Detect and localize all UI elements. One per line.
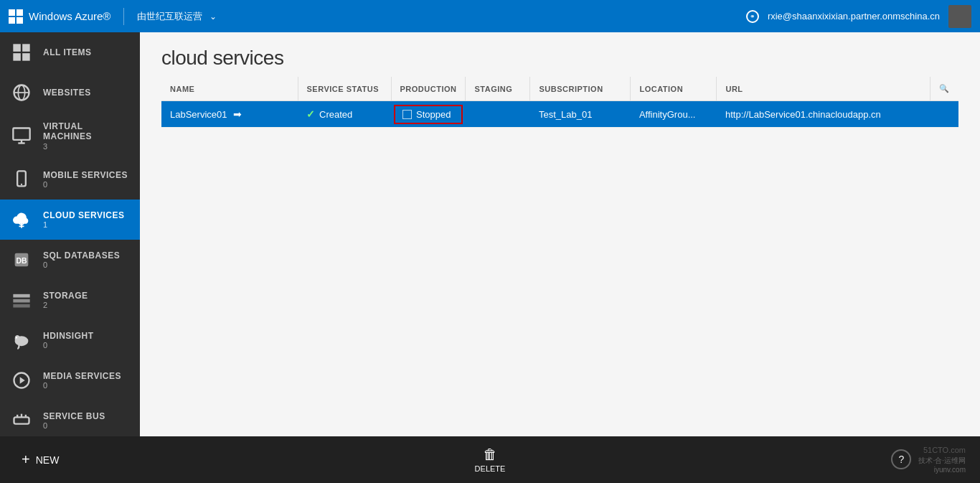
topbar-email: rxie@shaanxixixian.partner.onmschina.cn bbox=[768, 11, 940, 22]
sidebar-item-cloud-services[interactable]: CLOUD SERVICES 1 bbox=[0, 200, 140, 240]
sidebar-count-vms: 3 bbox=[43, 142, 130, 151]
sidebar-label-hdinsight: HDINSIGHT bbox=[43, 331, 94, 341]
col-header-name: NAME bbox=[161, 77, 298, 101]
sidebar-text-websites: WEBSITES bbox=[43, 88, 91, 98]
topbar-right: ⚭ rxie@shaanxixixian.partner.onmschina.c… bbox=[746, 5, 971, 28]
stopped-checkbox bbox=[402, 110, 412, 119]
delete-button[interactable]: 🗑 DELETE bbox=[466, 444, 514, 476]
col-header-url: URL bbox=[717, 77, 930, 101]
help-button[interactable]: ? bbox=[891, 449, 911, 469]
svg-marker-24 bbox=[20, 377, 25, 383]
cell-staging bbox=[466, 101, 530, 128]
col-header-production: PRODUCTION bbox=[391, 77, 466, 101]
bottom-right: ? 51CTO.com 技术·合·运维网 iyunv.com bbox=[891, 445, 966, 474]
sidebar-label-all-items: ALL ITEMS bbox=[43, 47, 92, 57]
svg-rect-0 bbox=[13, 44, 20, 52]
globe-icon: ⚭ bbox=[746, 10, 759, 23]
sidebar-label-media: MEDIA SERVICES bbox=[43, 371, 121, 381]
table-row[interactable]: LabService01 ➡ ✓ Created bbox=[161, 101, 958, 128]
bottombar: + NEW 🗑 DELETE ? 51CTO.com 技术·合·运维网 iyun… bbox=[0, 436, 980, 483]
sidebar-label-mobile: MOBILE SERVICES bbox=[43, 170, 128, 180]
url-link[interactable]: http://LabService01.chinacloudapp.cn bbox=[725, 109, 881, 120]
sidebar-label-sql: SQL DATABASES bbox=[43, 250, 120, 261]
database-icon: DB bbox=[10, 248, 33, 271]
sidebar-text-mobile: MOBILE SERVICES 0 bbox=[43, 170, 128, 189]
svg-rect-1 bbox=[22, 44, 29, 52]
trash-icon: 🗑 bbox=[483, 447, 497, 461]
col-header-location: LOCATION bbox=[631, 77, 717, 101]
stopped-badge: Stopped bbox=[394, 105, 463, 124]
navigate-icon[interactable]: ➡ bbox=[233, 108, 242, 120]
elephant-icon bbox=[10, 329, 33, 352]
row-name-text: LabService01 bbox=[170, 109, 227, 120]
sidebar-count-servicebus: 0 bbox=[43, 421, 105, 430]
svg-rect-25 bbox=[14, 417, 29, 423]
stopped-text: Stopped bbox=[416, 109, 451, 120]
sidebar-text-servicebus: SERVICE BUS 0 bbox=[43, 411, 105, 430]
monitor-icon bbox=[10, 124, 33, 147]
storage-icon bbox=[10, 289, 33, 311]
sidebar-item-virtual-machines[interactable]: VIRTUAL MACHINES 3 bbox=[0, 113, 140, 159]
sidebar-item-sql-databases[interactable]: DB SQL DATABASES 0 bbox=[0, 240, 140, 280]
cloud-icon bbox=[10, 208, 33, 231]
sidebar-item-all-items[interactable]: ALL ITEMS bbox=[0, 32, 140, 72]
cell-empty bbox=[930, 101, 958, 128]
col-header-search[interactable]: 🔍 bbox=[930, 77, 958, 101]
windows-icon bbox=[9, 9, 23, 24]
sidebar-text-storage: STORAGE 2 bbox=[43, 291, 88, 309]
bottom-center-actions: 🗑 DELETE bbox=[466, 444, 514, 476]
sidebar-text-hdinsight: HDINSIGHT 0 bbox=[43, 331, 94, 350]
svg-point-11 bbox=[21, 184, 22, 185]
sidebar-label-storage: STORAGE bbox=[43, 291, 88, 301]
main-layout: ALL ITEMS WEBSITES VIRTUAL MACHINES 3 bbox=[0, 32, 980, 436]
col-header-staging: STAGING bbox=[466, 77, 530, 101]
sidebar-label-vms: VIRTUAL MACHINES bbox=[43, 121, 130, 142]
globe-nav-icon bbox=[10, 81, 33, 104]
sidebar-count-sql: 0 bbox=[43, 261, 120, 269]
help-label: ? bbox=[899, 454, 905, 465]
cell-url: http://LabService01.chinacloudapp.cn bbox=[717, 101, 930, 128]
cell-subscription: Test_Lab_01 bbox=[530, 101, 631, 128]
new-label: NEW bbox=[36, 454, 60, 466]
user-avatar[interactable] bbox=[948, 5, 971, 28]
cell-status: ✓ Created bbox=[298, 101, 391, 128]
sidebar-text-sql: SQL DATABASES 0 bbox=[43, 250, 120, 269]
svg-rect-19 bbox=[13, 304, 29, 308]
topbar: Windows Azure® 由世纪互联运营 ⌄ ⚭ rxie@shaanxix… bbox=[0, 0, 980, 32]
sidebar-label-cloud: CLOUD SERVICES bbox=[43, 210, 124, 220]
sidebar-count-media: 0 bbox=[43, 381, 121, 390]
topbar-chevron-icon[interactable]: ⌄ bbox=[209, 11, 217, 22]
svg-point-22 bbox=[16, 337, 17, 338]
cell-name: LabService01 ➡ bbox=[161, 101, 298, 128]
sidebar-label-servicebus: SERVICE BUS bbox=[43, 411, 105, 421]
sidebar-item-service-bus[interactable]: SERVICE BUS 0 bbox=[0, 400, 140, 436]
sidebar-count-storage: 2 bbox=[43, 301, 88, 309]
svg-text:DB: DB bbox=[16, 255, 27, 264]
content-area: cloud services NAME SERVICE STATUS PRODU… bbox=[140, 32, 980, 436]
sidebar-text-all-items: ALL ITEMS bbox=[43, 47, 92, 57]
sidebar-item-websites[interactable]: WEBSITES bbox=[0, 72, 140, 113]
sidebar-item-media-services[interactable]: MEDIA SERVICES 0 bbox=[0, 360, 140, 400]
sidebar-text-media: MEDIA SERVICES 0 bbox=[43, 371, 121, 390]
sidebar-item-hdinsight[interactable]: HDINSIGHT 0 bbox=[0, 320, 140, 360]
new-button[interactable]: + NEW bbox=[14, 447, 66, 472]
sidebar-text-cloud: CLOUD SERVICES 1 bbox=[43, 210, 124, 229]
sidebar-count-hdinsight: 0 bbox=[43, 341, 94, 350]
content-header: cloud services bbox=[140, 32, 980, 77]
topbar-left: Windows Azure® 由世纪互联运营 ⌄ bbox=[9, 8, 217, 25]
sidebar-item-mobile-services[interactable]: MOBILE SERVICES 0 bbox=[0, 159, 140, 200]
svg-point-21 bbox=[15, 335, 20, 342]
topbar-logo: Windows Azure® bbox=[9, 9, 110, 24]
media-icon bbox=[10, 369, 33, 392]
plus-icon: + bbox=[22, 451, 30, 468]
sidebar-item-storage[interactable]: STORAGE 2 bbox=[0, 280, 140, 320]
svg-rect-18 bbox=[13, 299, 29, 303]
sidebar-text-vms: VIRTUAL MACHINES 3 bbox=[43, 121, 130, 151]
topbar-chinese-text: 由世纪互联运营 bbox=[137, 10, 202, 23]
cell-production: Stopped bbox=[391, 101, 466, 128]
watermark: 51CTO.com 技术·合·运维网 iyunv.com bbox=[918, 445, 966, 474]
svg-rect-2 bbox=[13, 53, 20, 61]
svg-rect-3 bbox=[22, 53, 29, 61]
table-container: NAME SERVICE STATUS PRODUCTION STAGING S… bbox=[140, 77, 980, 436]
page-title: cloud services bbox=[161, 47, 958, 70]
